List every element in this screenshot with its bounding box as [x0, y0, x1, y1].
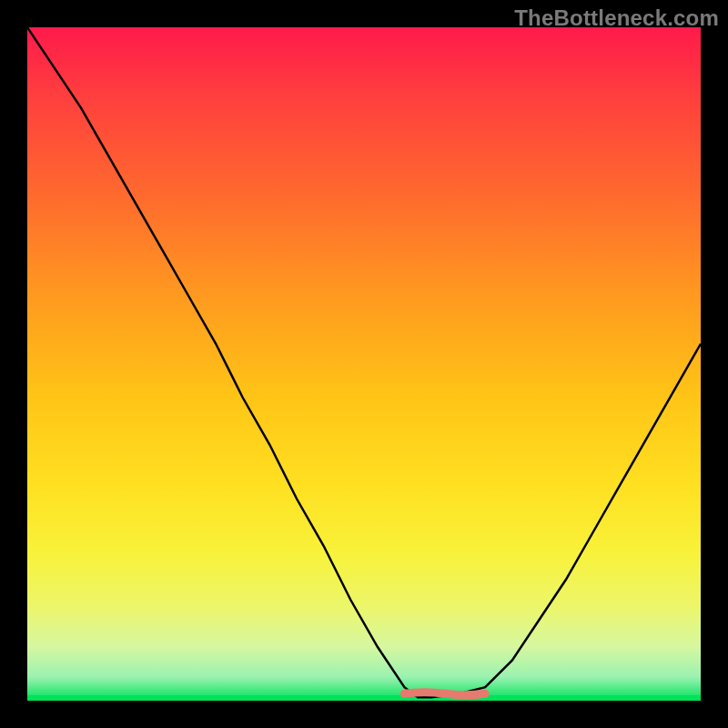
plot-area	[27, 27, 701, 701]
floor-green-band	[27, 695, 701, 701]
gradient-background	[27, 27, 701, 701]
svg-rect-0	[27, 695, 701, 701]
curve-minimum-marker	[404, 693, 485, 695]
chart-container: TheBottleneck.com	[0, 0, 728, 728]
watermark-text: TheBottleneck.com	[514, 5, 719, 31]
chart-svg	[27, 27, 701, 701]
